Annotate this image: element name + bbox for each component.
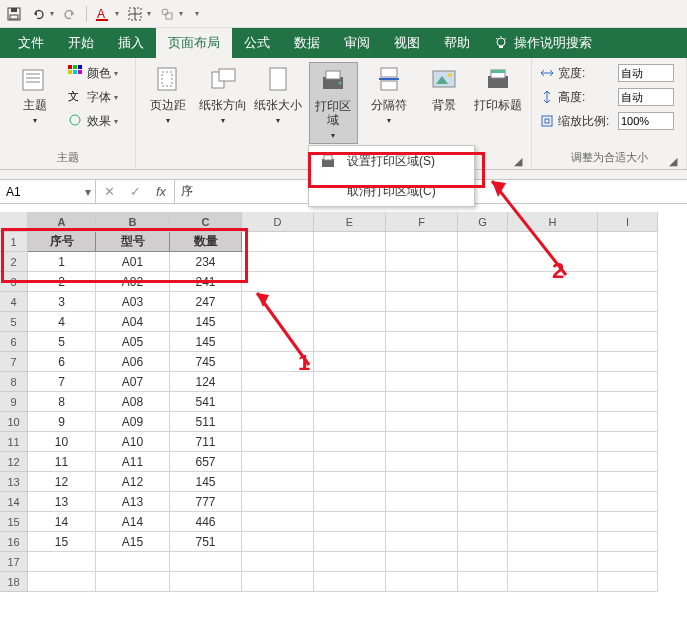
qat-customize-icon[interactable]: ▾	[195, 9, 199, 18]
cell[interactable]	[386, 252, 458, 272]
cell[interactable]	[458, 472, 508, 492]
cell[interactable]	[458, 392, 508, 412]
cell[interactable]	[242, 392, 314, 412]
column-header-I[interactable]: I	[598, 212, 658, 232]
cell[interactable]: 751	[170, 532, 242, 552]
cell[interactable]	[386, 552, 458, 572]
row-header[interactable]: 1	[0, 232, 28, 252]
cell[interactable]	[314, 272, 386, 292]
cell[interactable]	[314, 532, 386, 552]
cell[interactable]: 241	[170, 272, 242, 292]
cell[interactable]	[242, 512, 314, 532]
page-setup-launcher-icon[interactable]: ◢	[513, 155, 523, 165]
cell[interactable]: A04	[96, 312, 170, 332]
cell[interactable]	[598, 412, 658, 432]
margins-button[interactable]: 页边距▾	[144, 62, 193, 128]
cell[interactable]	[386, 352, 458, 372]
cell[interactable]	[386, 532, 458, 552]
cell[interactable]	[458, 292, 508, 312]
cell[interactable]: A07	[96, 372, 170, 392]
save-icon[interactable]	[6, 6, 22, 22]
row-header[interactable]: 18	[0, 572, 28, 592]
cell[interactable]	[314, 572, 386, 592]
set-print-area-item[interactable]: 设置打印区域(S)	[309, 146, 474, 176]
cell[interactable]	[598, 532, 658, 552]
cell[interactable]	[598, 512, 658, 532]
tab-review[interactable]: 审阅	[332, 28, 382, 58]
cell[interactable]	[458, 372, 508, 392]
cell[interactable]	[458, 312, 508, 332]
column-header-H[interactable]: H	[508, 212, 598, 232]
shapes-icon[interactable]	[159, 6, 175, 22]
orientation-button[interactable]: 纸张方向▾	[199, 62, 248, 128]
cell[interactable]	[314, 232, 386, 252]
cell[interactable]	[28, 572, 96, 592]
cell[interactable]	[508, 572, 598, 592]
cell[interactable]	[386, 412, 458, 432]
effects-button[interactable]: 效果▾	[68, 110, 118, 132]
column-header-C[interactable]: C	[170, 212, 242, 232]
cell[interactable]: 型号	[96, 232, 170, 252]
cell[interactable]: 247	[170, 292, 242, 312]
clear-print-area-item[interactable]: 取消打印区域(C)	[309, 176, 474, 206]
cell[interactable]	[598, 552, 658, 572]
fonts-button[interactable]: 文 字体▾	[68, 86, 118, 108]
cell[interactable]: 1	[28, 252, 96, 272]
colors-button[interactable]: 颜色▾	[68, 62, 118, 84]
cell[interactable]: A05	[96, 332, 170, 352]
cancel-formula-icon[interactable]: ✕	[96, 184, 122, 199]
enter-formula-icon[interactable]: ✓	[122, 184, 148, 199]
row-header[interactable]: 6	[0, 332, 28, 352]
tab-help[interactable]: 帮助	[432, 28, 482, 58]
cell[interactable]	[458, 552, 508, 572]
cell[interactable]	[508, 472, 598, 492]
cell[interactable]: 711	[170, 432, 242, 452]
cell[interactable]	[314, 452, 386, 472]
cell[interactable]	[242, 432, 314, 452]
row-header[interactable]: 15	[0, 512, 28, 532]
cell[interactable]	[508, 332, 598, 352]
cell[interactable]	[458, 412, 508, 432]
column-header-A[interactable]: A	[28, 212, 96, 232]
cell[interactable]	[598, 572, 658, 592]
cell[interactable]	[508, 432, 598, 452]
cell[interactable]	[170, 572, 242, 592]
cell[interactable]	[598, 472, 658, 492]
width-input[interactable]	[618, 64, 674, 82]
cell[interactable]	[386, 472, 458, 492]
cell[interactable]	[242, 272, 314, 292]
cell[interactable]	[386, 432, 458, 452]
tab-view[interactable]: 视图	[382, 28, 432, 58]
cell[interactable]	[508, 412, 598, 432]
print-titles-button[interactable]: 打印标题	[474, 62, 523, 112]
borders-icon[interactable]	[127, 6, 143, 22]
tab-insert[interactable]: 插入	[106, 28, 156, 58]
cell[interactable]	[386, 232, 458, 252]
tab-file[interactable]: 文件	[6, 28, 56, 58]
cell[interactable]	[508, 352, 598, 372]
cell[interactable]: 7	[28, 372, 96, 392]
cell[interactable]: 5	[28, 332, 96, 352]
name-box[interactable]: ▾	[0, 180, 96, 203]
column-header-G[interactable]: G	[458, 212, 508, 232]
cell[interactable]	[242, 232, 314, 252]
cell[interactable]	[314, 312, 386, 332]
cell[interactable]: 2	[28, 272, 96, 292]
height-input[interactable]	[618, 88, 674, 106]
cell[interactable]	[458, 252, 508, 272]
scale-input[interactable]	[618, 112, 674, 130]
cell[interactable]: 145	[170, 472, 242, 492]
cell[interactable]	[598, 352, 658, 372]
row-header[interactable]: 10	[0, 412, 28, 432]
row-header[interactable]: 4	[0, 292, 28, 312]
cell[interactable]	[242, 572, 314, 592]
cell[interactable]: 4	[28, 312, 96, 332]
cell[interactable]	[458, 512, 508, 532]
row-header[interactable]: 3	[0, 272, 28, 292]
cell[interactable]	[314, 552, 386, 572]
cell[interactable]	[314, 472, 386, 492]
cell[interactable]	[314, 492, 386, 512]
name-box-input[interactable]	[0, 180, 82, 203]
cell[interactable]	[314, 352, 386, 372]
cell[interactable]	[242, 472, 314, 492]
